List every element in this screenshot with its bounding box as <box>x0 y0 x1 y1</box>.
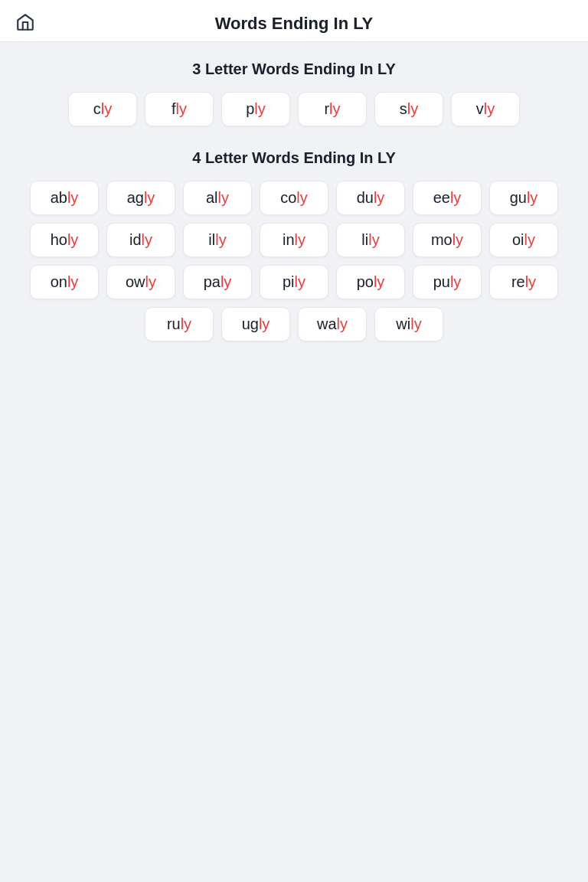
word-suffix: ly <box>407 100 418 117</box>
word-card[interactable]: lily <box>336 223 405 257</box>
word-prefix: s <box>400 100 407 117</box>
word-prefix: ru <box>167 315 181 332</box>
word-suffix: ly <box>295 273 305 290</box>
word-suffix: ly <box>144 189 155 206</box>
word-prefix: id <box>129 231 142 248</box>
word-card[interactable]: coly <box>260 181 328 215</box>
word-suffix: ly <box>450 273 461 290</box>
word-card[interactable]: sly <box>374 92 443 126</box>
word-suffix: ly <box>452 231 463 248</box>
word-card[interactable]: eely <box>413 181 482 215</box>
section-title-3-letter: 3 Letter Words Ending In LY <box>15 60 573 78</box>
word-card[interactable]: fly <box>145 92 214 126</box>
word-grid-4-letter: ablyaglyallycolydulyeelygulyholyidlyilly… <box>15 181 573 341</box>
word-suffix: ly <box>145 273 156 290</box>
word-card[interactable]: ally <box>183 181 252 215</box>
word-prefix: ug <box>242 315 259 332</box>
page-header: Words Ending In LY <box>0 0 588 42</box>
word-card[interactable]: wily <box>374 307 443 341</box>
word-suffix: ly <box>337 315 348 332</box>
word-prefix: c <box>93 100 101 117</box>
word-prefix: pi <box>283 273 295 290</box>
word-card[interactable]: cly <box>68 92 137 126</box>
word-card[interactable]: puly <box>413 265 482 299</box>
word-suffix: ly <box>142 231 152 248</box>
word-card[interactable]: guly <box>489 181 558 215</box>
word-card[interactable]: oily <box>489 223 558 257</box>
word-suffix: ly <box>484 100 495 117</box>
word-prefix: re <box>511 273 525 290</box>
word-prefix: gu <box>510 189 527 206</box>
word-card[interactable]: inly <box>260 223 328 257</box>
word-card[interactable]: only <box>30 265 99 299</box>
word-prefix: v <box>476 100 484 117</box>
word-prefix: pa <box>204 273 220 290</box>
word-suffix: ly <box>368 231 379 248</box>
word-suffix: ly <box>218 189 229 206</box>
word-suffix: ly <box>176 100 187 117</box>
word-card[interactable]: paly <box>183 265 252 299</box>
word-card[interactable]: waly <box>298 307 367 341</box>
word-prefix: al <box>206 189 218 206</box>
word-suffix: ly <box>295 231 305 248</box>
word-card[interactable]: duly <box>336 181 405 215</box>
word-prefix: p <box>246 100 254 117</box>
word-card[interactable]: moly <box>413 223 482 257</box>
word-suffix: ly <box>259 315 270 332</box>
word-prefix: ab <box>51 189 67 206</box>
page-title: Words Ending In LY <box>15 14 573 34</box>
word-card[interactable]: pily <box>260 265 328 299</box>
word-card[interactable]: rely <box>489 265 558 299</box>
word-prefix: co <box>280 189 296 206</box>
word-prefix: wa <box>317 315 337 332</box>
word-suffix: ly <box>220 273 231 290</box>
word-card[interactable]: rly <box>298 92 367 126</box>
word-prefix: ee <box>433 189 450 206</box>
word-suffix: ly <box>67 273 78 290</box>
word-suffix: ly <box>450 189 461 206</box>
word-card[interactable]: ruly <box>145 307 214 341</box>
word-card[interactable]: idly <box>106 223 175 257</box>
word-prefix: ow <box>126 273 145 290</box>
word-prefix: oi <box>512 231 524 248</box>
home-icon[interactable] <box>15 12 35 35</box>
word-prefix: on <box>51 273 67 290</box>
section-3-letter: 3 Letter Words Ending In LYclyflyplyrlys… <box>15 60 573 126</box>
section-4-letter: 4 Letter Words Ending In LYablyaglyallyc… <box>15 149 573 341</box>
word-suffix: ly <box>67 189 78 206</box>
word-suffix: ly <box>525 273 536 290</box>
word-grid-3-letter: clyflyplyrlyslyvly <box>15 92 573 126</box>
word-suffix: ly <box>181 315 191 332</box>
word-suffix: ly <box>101 100 112 117</box>
word-suffix: ly <box>410 315 421 332</box>
word-prefix: ho <box>51 231 67 248</box>
word-prefix: mo <box>431 231 452 248</box>
word-card[interactable]: poly <box>336 265 405 299</box>
word-suffix: ly <box>254 100 265 117</box>
word-card[interactable]: vly <box>451 92 520 126</box>
word-card[interactable]: ply <box>221 92 290 126</box>
word-suffix: ly <box>524 231 535 248</box>
word-prefix: in <box>283 231 295 248</box>
word-suffix: ly <box>67 231 78 248</box>
word-prefix: du <box>357 189 374 206</box>
word-card[interactable]: ugly <box>221 307 290 341</box>
word-prefix: li <box>361 231 368 248</box>
word-card[interactable]: ably <box>30 181 99 215</box>
word-prefix: pu <box>433 273 450 290</box>
word-suffix: ly <box>215 231 226 248</box>
word-suffix: ly <box>329 100 340 117</box>
word-card[interactable]: illy <box>183 223 252 257</box>
word-card[interactable]: holy <box>30 223 99 257</box>
section-title-4-letter: 4 Letter Words Ending In LY <box>15 149 573 167</box>
word-card[interactable]: owly <box>106 265 175 299</box>
word-prefix: il <box>208 231 215 248</box>
word-suffix: ly <box>296 189 307 206</box>
word-suffix: ly <box>527 189 537 206</box>
word-suffix: ly <box>374 189 384 206</box>
word-prefix: ag <box>127 189 144 206</box>
word-suffix: ly <box>374 273 384 290</box>
word-card[interactable]: agly <box>106 181 175 215</box>
word-prefix: wi <box>396 315 410 332</box>
main-content: 3 Letter Words Ending In LYclyflyplyrlys… <box>0 42 588 395</box>
